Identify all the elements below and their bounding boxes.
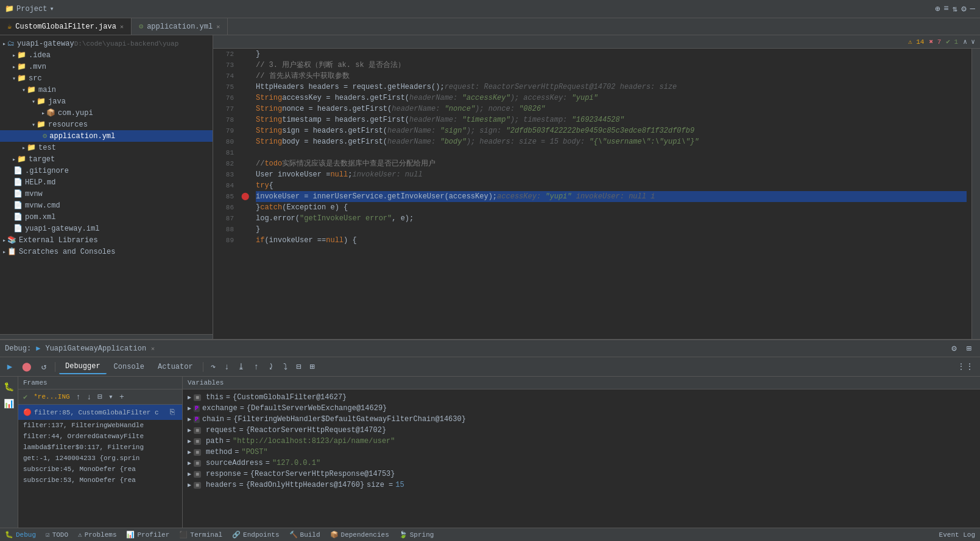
sidebar-item-label: .idea <box>29 51 51 60</box>
restart-btn[interactable]: ↺ <box>37 360 51 374</box>
run-cursor-btn[interactable]: ⤵ <box>280 360 291 374</box>
status-build[interactable]: 🔨 Build <box>289 531 320 539</box>
tab-actuator[interactable]: Actuator <box>152 360 199 374</box>
tab-applicationyml[interactable]: ⚙ application.yml ✕ <box>132 18 228 35</box>
gutter-85-breakpoint[interactable]: ⬤ <box>239 191 251 202</box>
code-line-76: String accessKey = headers.getFirst( hea… <box>256 92 967 103</box>
sidebar-item-src[interactable]: ▾ 📁 src <box>0 72 213 84</box>
sidebar-item-application-yml[interactable]: ⚙ application.yml <box>0 130 213 142</box>
sidebar-item-mvnw[interactable]: 📄 mvnw <box>0 188 213 200</box>
frame-up-btn[interactable]: ↑ <box>74 391 83 403</box>
ok-count[interactable]: ✔ 1 <box>946 38 958 46</box>
status-terminal[interactable]: ⬛ Terminal <box>179 531 222 539</box>
settings-btn[interactable]: ⚙ <box>948 341 960 355</box>
frame-item-3[interactable]: lambda$filter$0:117, Filtering <box>18 442 182 453</box>
sidebar-item-iml[interactable]: 📄 yuapi-gateway.iml <box>0 223 213 234</box>
more-btn[interactable]: ⋮⋮ <box>953 360 978 374</box>
sidebar-item-mvnw-cmd[interactable]: 📄 mvnw.cmd <box>0 200 213 211</box>
var-method[interactable]: ▶ ■ method = "POST" <box>183 447 980 458</box>
trace-btn[interactable]: ⊞ <box>306 360 318 374</box>
step-into-method-btn[interactable]: ⤓ <box>234 360 249 374</box>
tab-debugger[interactable]: Debugger <box>59 360 107 374</box>
project-menu[interactable]: 📁 Project ▾ <box>5 4 54 13</box>
status-profiler[interactable]: 📊 Profiler <box>126 531 169 539</box>
var-path[interactable]: ▶ ■ path = "http://localhost:8123/api/na… <box>183 436 980 447</box>
status-problems-label: Problems <box>85 531 117 539</box>
gutter-82 <box>239 158 251 169</box>
sidebar-item-resources[interactable]: ▾ 📁 resources <box>0 119 213 130</box>
add-icon[interactable]: ⊕ <box>935 4 940 14</box>
frame-item-4[interactable]: get:-1, 1240004233 {org.sprin <box>18 453 182 464</box>
profile-icon[interactable]: 📊 <box>2 396 16 411</box>
status-debug[interactable]: 🐛 Debug <box>5 531 36 539</box>
debug-icon[interactable]: 🐛 <box>2 379 16 394</box>
line-num-76: 76 <box>218 92 234 103</box>
eval-btn[interactable]: ⊟ <box>292 360 305 374</box>
frame-copy-btn[interactable]: ⎘ <box>167 407 177 418</box>
layout-btn[interactable]: ⊞ <box>963 341 975 355</box>
code-line-73: // 3. 用户鉴权（判断 ak. sk 是否合法） <box>256 60 967 71</box>
drop-frame-btn[interactable]: ⤸ <box>264 360 278 374</box>
stop-btn[interactable]: ⬤ <box>19 360 34 374</box>
sidebar-item-mvn[interactable]: ▸ 📁 .mvn <box>0 61 213 72</box>
sidebar-item-target[interactable]: ▸ 📁 target <box>0 153 213 165</box>
frame-item-5[interactable]: subscribe:45, MonoDefer {rea <box>18 464 182 475</box>
sidebar-scrollbar[interactable] <box>0 334 213 339</box>
frame-add-btn[interactable]: + <box>117 391 127 403</box>
step-into-btn[interactable]: ↓ <box>220 360 233 374</box>
error-count[interactable]: ✖ 7 <box>929 38 941 46</box>
frame-item-0[interactable]: 🔴 filter:85, CustomGlobalFilter c ⎘ <box>18 405 182 420</box>
frame-item-1[interactable]: filter:137, FilteringWebHandle <box>18 420 182 431</box>
var-response[interactable]: ▶ ■ response = {ReactorServerHttpRespons… <box>183 469 980 480</box>
line-num-74: 74 <box>218 71 234 82</box>
sidebar-item-gitignore[interactable]: 📄 .gitignore <box>0 165 213 176</box>
sidebar-item-main[interactable]: ▾ 📁 main <box>0 84 213 96</box>
sidebar-item-idea[interactable]: ▸ 📁 .idea <box>0 49 213 61</box>
frame-more-btn[interactable]: ▾ <box>106 391 116 403</box>
list-icon[interactable]: ≡ <box>943 4 948 14</box>
tab-customglobalfilter[interactable]: ☕ CustomGlobalFilter.java ✕ <box>0 18 132 35</box>
status-spring[interactable]: 🍃 Spring <box>399 531 434 539</box>
collapse-icon[interactable]: — <box>970 4 975 14</box>
sort-icon[interactable]: ⇅ <box>953 4 957 14</box>
settings-icon[interactable]: ⚙ <box>961 4 966 14</box>
status-dependencies[interactable]: 📦 Dependencies <box>330 531 389 539</box>
var-chain[interactable]: ▶ P chain = {FilteringWebHandler$Default… <box>183 414 980 425</box>
nav-arrows[interactable]: ∧ ∨ <box>963 38 975 46</box>
step-out-btn[interactable]: ↑ <box>250 360 262 374</box>
sidebar-item-test[interactable]: ▸ 📁 test <box>0 142 213 153</box>
debug-close-icon[interactable]: ✕ <box>151 345 155 352</box>
tab-close-icon[interactable]: ✕ <box>216 23 220 30</box>
expand-arrow-icon: ▸ <box>22 144 26 152</box>
var-exchange[interactable]: ▶ P exchange = {DefaultServerWebExchange… <box>183 403 980 414</box>
sidebar-item-pom-xml[interactable]: 📄 pom.xml <box>0 211 213 223</box>
var-source-address[interactable]: ▶ ■ sourceAddress = "127.0.0.1" <box>183 458 980 469</box>
step-over-btn[interactable]: ↷ <box>207 360 219 374</box>
code-view: 72 73 74 75 76 77 78 79 80 81 82 83 84 8… <box>213 49 980 339</box>
status-event-log[interactable]: Event Log <box>939 531 975 539</box>
sidebar-item-yuapi-gateway[interactable]: ▸ 🗂 yuapi-gateway D:\code\yuapi-backend\… <box>0 38 213 49</box>
sidebar-item-com-yupi[interactable]: ▸ 📦 com.yupi <box>0 107 213 119</box>
sidebar-item-java[interactable]: ▾ 📁 java <box>0 96 213 107</box>
sidebar-item-help-md[interactable]: 📄 HELP.md <box>0 176 213 188</box>
sidebar-item-external-libraries[interactable]: ▸ 📚 External Libraries <box>0 234 213 246</box>
tab-console[interactable]: Console <box>108 360 150 374</box>
expand-arrow-icon: ▾ <box>12 75 16 82</box>
var-this[interactable]: ▶ ■ this = {CustomGlobalFilter@14627} <box>183 392 980 403</box>
tab-close-icon[interactable]: ✕ <box>120 23 124 30</box>
frame-filter-btn[interactable]: ⊟ <box>95 391 105 403</box>
frame-down-btn[interactable]: ↓ <box>84 391 94 403</box>
resume-btn[interactable]: ▶ <box>2 360 17 374</box>
status-problems[interactable]: ⚠ Problems <box>78 531 116 539</box>
frame-item-2[interactable]: filter:44, OrderedGatewayFilte <box>18 431 182 442</box>
var-headers[interactable]: ▶ ■ headers = {ReadOnlyHttpHeaders@14760… <box>183 480 980 490</box>
status-endpoints[interactable]: 🔗 Endpoints <box>232 531 279 539</box>
var-type-badge: P <box>194 405 200 412</box>
sidebar-item-scratches-and-consoles[interactable]: ▸ 📋 Scratches and Consoles <box>0 246 213 257</box>
frame-item-6[interactable]: subscribe:53, MonoDefer {rea <box>18 475 182 486</box>
code-content[interactable]: } // 3. 用户鉴权（判断 ak. sk 是否合法） // 首先从请求头中获… <box>251 49 971 339</box>
status-todo[interactable]: ☑ TODO <box>46 531 68 539</box>
var-request[interactable]: ▶ ■ request = {ReactorServerHttpRequest@… <box>183 425 980 436</box>
warning-count[interactable]: ⚠ 14 <box>908 38 924 46</box>
right-scrollbar[interactable] <box>971 49 980 339</box>
